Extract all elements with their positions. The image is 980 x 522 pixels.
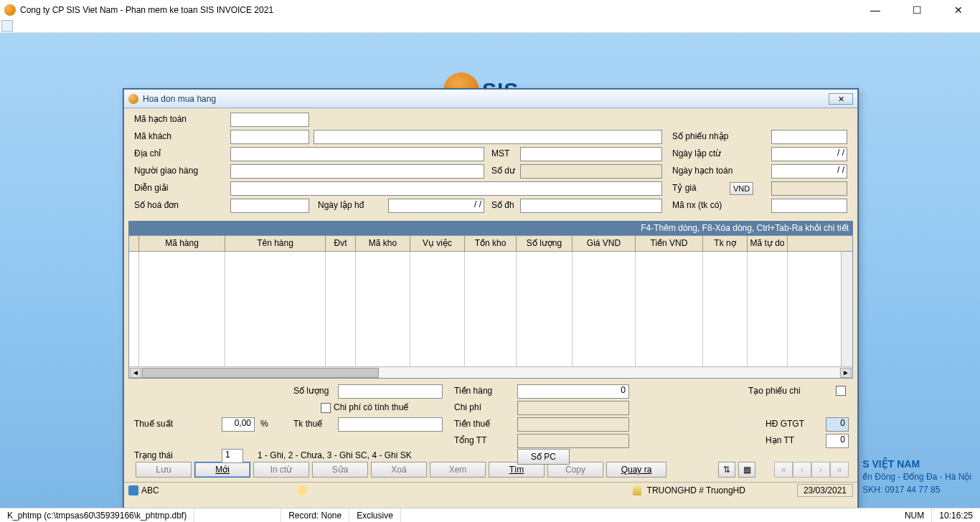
record-nav: « ‹ › » bbox=[774, 462, 849, 478]
app-statusbar: K_phtmp (c:\tmpsas60\35939166\k_phtmp.db… bbox=[0, 508, 980, 522]
app-icon bbox=[4, 4, 16, 16]
input-mst[interactable] bbox=[520, 147, 662, 161]
restore-tab[interactable] bbox=[1, 20, 13, 32]
header-form: Mã hạch toán Mã khách Địa chỉ MST Người … bbox=[130, 112, 852, 221]
button-so-pc[interactable]: Số PC bbox=[517, 449, 570, 465]
maximize-button[interactable]: ☐ bbox=[903, 2, 931, 18]
input-dien-giai[interactable] bbox=[230, 181, 662, 196]
input-hd-gtgt[interactable]: 0 bbox=[826, 417, 849, 432]
grid-col-dvt[interactable]: Đvt bbox=[326, 236, 356, 251]
grid-col-ma-kho[interactable]: Mã kho bbox=[356, 236, 410, 251]
nav-prev-button[interactable]: ‹ bbox=[793, 462, 811, 478]
label-hd-gtgt: HĐ GTGT bbox=[765, 419, 804, 429]
label-percent: % bbox=[260, 419, 268, 429]
button-sua[interactable]: Sửa bbox=[312, 462, 368, 478]
grid-col-spacer bbox=[788, 236, 841, 251]
button-xoa[interactable]: Xoá bbox=[371, 462, 427, 478]
dialog-close-button[interactable]: ✕ bbox=[829, 93, 853, 105]
input-so-hoa-don[interactable] bbox=[230, 199, 309, 213]
grid-body[interactable] bbox=[129, 252, 852, 366]
nav-first-button[interactable]: « bbox=[774, 462, 793, 478]
hscroll-track[interactable] bbox=[142, 368, 839, 378]
button-quay-ra[interactable]: Quay ra bbox=[606, 462, 666, 478]
close-button[interactable]: ✕ bbox=[944, 2, 973, 18]
input-thue-suat[interactable]: 0,00 bbox=[222, 417, 255, 432]
button-luu[interactable]: Lưu bbox=[136, 462, 192, 478]
titlebar: Cong ty CP SIS Viet Nam - Phan mem ke to… bbox=[0, 0, 980, 20]
button-xem[interactable]: Xem bbox=[430, 462, 486, 478]
grid-col-ton-kho[interactable]: Tồn kho bbox=[465, 236, 517, 251]
grid-col-so-luong[interactable]: Số lượng bbox=[517, 236, 573, 251]
nav-last-button[interactable]: » bbox=[830, 462, 849, 478]
dialog-titlebar[interactable]: Hoa don mua hang ✕ bbox=[124, 90, 857, 108]
grid-vertical-scrollbar[interactable] bbox=[841, 252, 852, 366]
display-tien-thue bbox=[517, 417, 629, 432]
display-chi-phi bbox=[517, 401, 629, 415]
input-ten-khach[interactable] bbox=[314, 130, 662, 144]
display-tong-tt bbox=[517, 434, 629, 448]
input-ma-khach[interactable] bbox=[230, 130, 309, 144]
input-ngay-lap-ctu[interactable]: / / bbox=[771, 147, 847, 161]
label-ngay-lap-hd: Ngày lập hđ bbox=[318, 200, 364, 210]
input-ngay-lap-hd[interactable]: / / bbox=[388, 199, 484, 213]
grid-col-tk-no[interactable]: Tk nợ bbox=[703, 236, 748, 251]
input-so-dh[interactable] bbox=[520, 199, 662, 213]
grid-col-vu-viec[interactable]: Vụ việc bbox=[410, 236, 465, 251]
app-title: Cong ty CP SIS Viet Nam - Phan mem ke to… bbox=[20, 5, 861, 15]
label-ma-khach: Mã khách bbox=[134, 131, 171, 141]
input-tk-thue[interactable] bbox=[338, 417, 443, 432]
input-trang-thai[interactable]: 1 bbox=[222, 449, 243, 463]
hscroll-thumb[interactable] bbox=[142, 368, 379, 378]
label-so-phieu-nhap: Số phiếu nhập bbox=[672, 131, 728, 141]
label-so-dh: Số đh bbox=[491, 200, 514, 210]
grid-header-scrollbar-corner bbox=[841, 236, 852, 251]
purchase-invoice-dialog: Hoa don mua hang ✕ Mã hạch toán Mã khách… bbox=[123, 89, 858, 508]
input-nguoi-giao-hang[interactable] bbox=[230, 164, 484, 179]
nav-next-button[interactable]: › bbox=[811, 462, 830, 478]
checkbox-tao-phieu-chi[interactable] bbox=[836, 386, 846, 396]
label-so-hoa-don: Số hoá đơn bbox=[134, 200, 179, 210]
input-so-phieu-nhap[interactable] bbox=[771, 130, 847, 144]
status-file: K_phtmp (c:\tmpsas60\35939166\k_phtmp.db… bbox=[0, 508, 194, 522]
grid-hint: F4-Thêm dòng, F8-Xóa dòng, Ctrl+Tab-Ra k… bbox=[128, 221, 853, 235]
input-dia-chi[interactable] bbox=[230, 147, 484, 161]
dialog-title: Hoa don mua hang bbox=[143, 94, 829, 104]
input-tien-hang[interactable]: 0 bbox=[517, 384, 629, 399]
input-ma-nx[interactable] bbox=[771, 199, 847, 213]
status-user: TRUONGHD # TruongHD bbox=[647, 485, 745, 495]
grid-col-ma-hang[interactable]: Mã hàng bbox=[139, 236, 225, 251]
status-record: Record: None bbox=[281, 508, 349, 522]
input-ty-gia bbox=[771, 181, 847, 196]
help-icon[interactable] bbox=[297, 485, 307, 495]
input-ngay-hach-toan[interactable]: / / bbox=[771, 164, 847, 179]
client-area: SIS S VIỆT NAM ền Đông - Đống Đa - Hà Nộ… bbox=[0, 33, 980, 508]
hscroll-left-button[interactable]: ◄ bbox=[130, 368, 141, 378]
status-date: 23/03/2021 bbox=[797, 484, 853, 497]
button-moi[interactable]: Mới bbox=[194, 462, 250, 478]
bg-address: ền Đông - Đống Đa - Hà Nội bbox=[862, 470, 971, 483]
grid-col-ten-hang[interactable]: Tên hàng bbox=[225, 236, 326, 251]
minimize-button[interactable]: — bbox=[861, 2, 890, 18]
button-in-ctu[interactable]: In ctừ bbox=[253, 462, 309, 478]
detail-grid[interactable]: Mã hàng Tên hàng Đvt Mã kho Vụ việc Tồn … bbox=[128, 235, 853, 379]
button-org-chart-icon[interactable]: ⇅ bbox=[718, 462, 735, 478]
label-tk-thue: Tk thuế bbox=[293, 419, 322, 429]
dialog-icon bbox=[128, 94, 138, 104]
grid-col-tien-vnd[interactable]: Tiền VND bbox=[636, 236, 703, 251]
menu-strip bbox=[0, 20, 980, 33]
checkbox-chi-phi-thue[interactable] bbox=[321, 403, 331, 413]
input-so-luong-total[interactable] bbox=[338, 384, 443, 399]
input-han-tt[interactable]: 0 bbox=[826, 434, 849, 448]
button-currency[interactable]: VND bbox=[730, 182, 753, 195]
grid-col-gia-vnd[interactable]: Giá VND bbox=[573, 236, 636, 251]
input-ma-hach-toan[interactable] bbox=[230, 113, 309, 127]
label-ngay-hach-toan: Ngày hạch toán bbox=[672, 166, 732, 176]
label-ma-nx: Mã nx (tk có) bbox=[672, 200, 722, 210]
label-mst: MST bbox=[491, 148, 509, 158]
grid-col-ma-tu-do[interactable]: Mã tự do bbox=[748, 236, 788, 251]
label-han-tt: Hạn TT bbox=[765, 435, 794, 445]
ime-status: ABC bbox=[141, 485, 159, 495]
button-grid-icon[interactable]: ▦ bbox=[738, 462, 755, 478]
grid-horizontal-scrollbar[interactable]: ◄ ► bbox=[129, 366, 852, 378]
hscroll-right-button[interactable]: ► bbox=[840, 368, 852, 378]
